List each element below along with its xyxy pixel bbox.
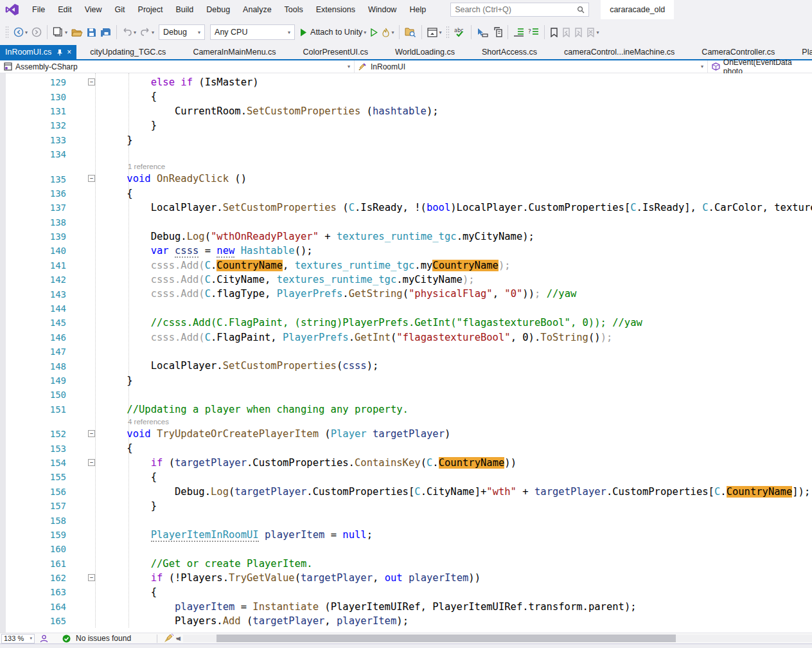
code-line-163[interactable]: 163 { <box>0 585 812 599</box>
code-line-161[interactable]: 161 //Get or create PlayerItem. <box>0 557 812 571</box>
indent-decrease-button[interactable] <box>511 24 526 40</box>
code-line-129[interactable]: 129− else if (IsMaster) <box>0 75 812 89</box>
code-line-141[interactable]: 141 csss.Add(C.CountryName, textures_run… <box>0 258 812 273</box>
solution-platform-dropdown[interactable]: Any CPU▾ <box>210 24 295 40</box>
codelens-text[interactable]: 1 reference <box>0 163 165 170</box>
save-button[interactable] <box>85 24 98 40</box>
indent-increase-button[interactable]: ? <box>526 24 541 40</box>
project-dropdown[interactable]: Assembly-CSharp ▾ <box>0 60 355 73</box>
undo-button[interactable]: ▾ <box>120 24 138 40</box>
navigate-cursor-button[interactable] <box>475 24 490 40</box>
code-line-165[interactable]: 165 Players.Add (targetPlayer, playerIte… <box>0 614 812 628</box>
horizontal-scrollbar-thumb[interactable] <box>216 634 676 642</box>
member-dropdown[interactable]: OnEvent(EventData photo <box>708 60 812 73</box>
attach-to-unity-button[interactable]: Attach to Unity▾ <box>297 28 369 37</box>
menu-extensions[interactable]: Extensions <box>310 0 362 19</box>
open-file-button[interactable] <box>69 24 85 40</box>
quick-search-box[interactable] <box>450 3 589 17</box>
code-line-135[interactable]: 135− void OnReadyClick () <box>0 172 812 186</box>
tab-shortaccess-cs[interactable]: ShortAccess.cs <box>468 45 551 59</box>
code-line-152[interactable]: 152− void TryUpdateOrCreatePlayerItem (P… <box>0 427 812 441</box>
collapse-region-toggle[interactable]: − <box>88 459 95 466</box>
clear-bookmarks-button[interactable]: ▾ <box>585 24 601 40</box>
solution-name[interactable]: cararacade_old <box>601 0 674 19</box>
solution-explorer-home-button[interactable]: ▾ <box>425 24 443 40</box>
code-line-132[interactable]: 132 } <box>0 118 812 132</box>
code-line-154[interactable]: 154− if (targetPlayer.CustomProperties.C… <box>0 456 812 470</box>
find-in-files-button[interactable] <box>403 24 418 40</box>
tab-camerainmainmenu-cs[interactable]: CameraInMainMenu.cs <box>179 45 289 59</box>
collapse-region-toggle[interactable]: − <box>88 175 95 182</box>
code-line-159[interactable]: 159 PlayerItemInRoomUI playerItem = null… <box>0 528 812 542</box>
code-line-143[interactable]: 143 csss.Add(C.flagType, PlayerPrefs.Get… <box>0 287 812 301</box>
code-line-134[interactable]: 134 <box>0 147 812 161</box>
code-line-136[interactable]: 136 { <box>0 186 812 201</box>
code-line-162[interactable]: 162− if (!Players.TryGetValue(targetPlay… <box>0 571 812 585</box>
editor-zoom-dropdown[interactable]: 133 %▾ <box>1 634 35 644</box>
code-line-156[interactable]: 156 Debug.Log(targetPlayer.CustomPropert… <box>0 485 812 499</box>
code-line-146[interactable]: 146 csss.Add(C.FlagPaint, PlayerPrefs.Ge… <box>0 330 812 345</box>
menu-analyze[interactable]: Analyze <box>236 0 278 19</box>
code-line-131[interactable]: 131 CurrentRoom.SetCustomProperties (has… <box>0 104 812 118</box>
paste-indent-button[interactable] <box>490 24 504 40</box>
live-share-icon[interactable] <box>40 634 48 643</box>
code-line-164[interactable]: 164 playerItem = Instantiate (PlayerItem… <box>0 600 812 614</box>
code-line-140[interactable]: 140 var csss = new Hashtable(); <box>0 244 812 258</box>
codelens-text[interactable]: 4 references <box>0 418 169 426</box>
code-line-144[interactable]: 144 <box>0 302 812 316</box>
menu-view[interactable]: View <box>78 0 109 19</box>
menu-file[interactable]: File <box>26 0 51 19</box>
code-editor[interactable]: 129− else if (IsMaster)130 {131 CurrentR… <box>0 73 812 633</box>
code-line-157[interactable]: 157 } <box>0 499 812 513</box>
code-line-151[interactable]: 151 //Updating a player when changing an… <box>0 402 812 417</box>
horizontal-scrollbar[interactable] <box>183 634 812 642</box>
codelens-references[interactable]: 4 references <box>0 417 812 427</box>
code-line-139[interactable]: 139 Debug.Log("wthOnReadyPlayer" + textu… <box>0 230 812 244</box>
code-line-142[interactable]: 142 csss.Add(C.CityName, textures_runtim… <box>0 273 812 287</box>
collapse-region-toggle[interactable]: − <box>88 430 95 437</box>
tab-inroomui-cs[interactable]: InRoomUI.cs× <box>0 45 76 59</box>
collapse-region-toggle[interactable]: − <box>88 574 95 581</box>
tab-cityupdating-tgc-cs[interactable]: cityUpdating_TGC.cs <box>76 45 179 59</box>
search-input[interactable] <box>455 5 577 14</box>
start-without-debugging-button[interactable] <box>369 24 380 40</box>
navigate-back-button[interactable]: ▾ <box>12 24 30 40</box>
toolbar-grip[interactable] <box>5 26 9 39</box>
hot-reload-button[interactable]: ▾ <box>380 24 396 40</box>
code-line-130[interactable]: 130 { <box>0 89 812 104</box>
redo-button[interactable]: ▾ <box>138 24 156 40</box>
collapse-region-toggle[interactable]: − <box>88 78 95 86</box>
close-tab-icon[interactable]: × <box>67 48 71 56</box>
menu-build[interactable]: Build <box>169 0 200 19</box>
menu-debug[interactable]: Debug <box>200 0 236 19</box>
solution-configuration-dropdown[interactable]: Debug▾ <box>159 24 205 40</box>
code-line-160[interactable]: 160 <box>0 542 812 556</box>
menu-tools[interactable]: Tools <box>278 0 310 19</box>
issues-status-text[interactable]: No issues found <box>76 634 131 643</box>
menu-project[interactable]: Project <box>132 0 170 19</box>
spell-check-button[interactable]: abc <box>452 24 468 40</box>
next-bookmark-button[interactable] <box>572 24 585 40</box>
code-line-137[interactable]: 137 LocalPlayer.SetCustomProperties (C.I… <box>0 201 812 215</box>
menu-edit[interactable]: Edit <box>51 0 78 19</box>
navigate-forward-button[interactable] <box>30 24 44 40</box>
code-line-150[interactable]: 150 <box>0 388 812 402</box>
code-line-148[interactable]: 148 LocalPlayer.SetCustomProperties(csss… <box>0 359 812 373</box>
menu-git[interactable]: Git <box>109 0 132 19</box>
type-dropdown[interactable]: InRoomUI ▾ <box>355 60 708 73</box>
save-all-button[interactable] <box>98 24 113 40</box>
code-line-133[interactable]: 133 } <box>0 133 812 147</box>
code-line-155[interactable]: 155 { <box>0 470 812 484</box>
code-line-138[interactable]: 138 <box>0 215 812 230</box>
menu-help[interactable]: Help <box>403 0 432 19</box>
new-project-button[interactable]: ▾ <box>51 24 69 40</box>
tab-colorpresentui-cs[interactable]: ColorPresentUI.cs <box>290 45 382 59</box>
pin-icon[interactable] <box>56 49 62 56</box>
tab-worldloading-cs[interactable]: WorldLoading.cs <box>382 45 468 59</box>
codelens-references[interactable]: 1 reference <box>0 161 812 172</box>
tab-cameracontrol-inemachine-cs[interactable]: cameraControl...ineMachine.cs <box>551 45 688 59</box>
toggle-bookmark-button[interactable] <box>548 24 560 40</box>
code-line-145[interactable]: 145 //csss.Add(C.FlagPaint, (string)Play… <box>0 316 812 330</box>
code-line-153[interactable]: 153 { <box>0 441 812 455</box>
code-line-158[interactable]: 158 <box>0 513 812 527</box>
